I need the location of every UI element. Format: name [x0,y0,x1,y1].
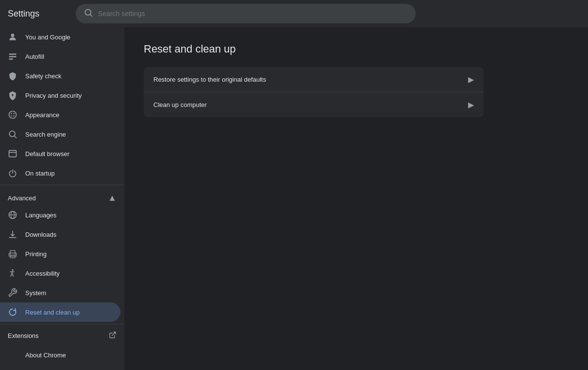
sidebar-label-system: System [25,289,113,297]
sidebar-item-system[interactable]: System [0,283,120,302]
sidebar-label-accessibility: Accessibility [25,270,113,277]
sidebar: You and Google Autofill Safety check [0,27,124,370]
palette-icon [8,110,17,120]
autofill-icon [8,52,17,61]
svg-rect-15 [9,150,17,157]
person-icon [8,32,17,42]
svg-point-10 [13,113,15,114]
sidebar-item-appearance[interactable]: Appearance [0,105,120,124]
sidebar-item-search-engine[interactable]: Search engine [0,124,120,144]
svg-point-8 [9,111,17,119]
sidebar-item-downloads[interactable]: Downloads [0,225,120,244]
svg-line-14 [15,136,17,138]
sidebar-label-on-startup: On startup [25,170,113,177]
search-icon [84,8,93,19]
sidebar-item-reset-cleanup[interactable]: Reset and clean up [0,302,120,322]
top-bar: Settings [0,0,588,27]
clean-computer-label: Clean up computer [153,101,468,108]
sidebar-divider-2 [0,324,124,324]
sidebar-label-default-browser: Default browser [25,150,113,158]
sidebar-item-about-chrome[interactable]: About Chrome [0,345,120,365]
sidebar-label-about-chrome: About Chrome [25,352,113,359]
svg-point-12 [13,115,15,117]
page-title: Reset and clean up [144,43,569,55]
sidebar-label-autofill: Autofill [25,53,113,60]
svg-point-23 [12,269,13,271]
sidebar-label-search-engine: Search engine [25,131,113,138]
print-icon [8,249,17,259]
sidebar-label-reset-cleanup: Reset and clean up [25,309,113,316]
sidebar-item-default-browser[interactable]: Default browser [0,144,120,163]
accessibility-icon [8,268,17,278]
wrench-icon [8,288,17,298]
advanced-section-header[interactable]: Advanced ▲ [0,187,124,205]
content-area: Reset and clean up Restore settings to t… [124,27,588,370]
sidebar-item-autofill[interactable]: Autofill [0,47,120,66]
download-icon [8,229,17,239]
external-link-icon [109,331,117,340]
svg-point-11 [11,115,12,117]
restore-defaults-row[interactable]: Restore settings to their original defau… [144,67,484,92]
sidebar-label-privacy: Privacy and security [25,92,113,99]
sidebar-item-on-startup[interactable]: On startup [0,163,120,183]
sidebar-item-extensions[interactable]: Extensions [0,326,124,345]
search-input[interactable] [98,10,408,18]
svg-rect-3 [9,53,17,55]
main-layout: You and Google Autofill Safety check [0,27,588,370]
svg-line-24 [112,332,116,335]
sidebar-label-safety-check: Safety check [25,72,113,80]
shield-icon [8,71,17,81]
extensions-label: Extensions [8,332,39,339]
sidebar-item-languages[interactable]: Languages [0,205,120,225]
search-bar[interactable] [76,4,416,23]
sidebar-label-appearance: Appearance [25,111,113,119]
sidebar-divider-1 [0,185,124,185]
reset-cleanup-card: Restore settings to their original defau… [144,67,484,117]
clean-computer-row[interactable]: Clean up computer ▶ [144,92,484,117]
sidebar-label-languages: Languages [25,211,113,219]
chevron-right-icon-2: ▶ [468,100,474,109]
sidebar-label-printing: Printing [25,250,113,258]
sidebar-item-you-and-google[interactable]: You and Google [0,27,120,47]
browser-icon [8,149,17,159]
svg-rect-5 [9,58,13,60]
about-chrome-icon [8,350,17,360]
power-icon [8,168,17,178]
svg-rect-4 [9,56,17,57]
chevron-right-icon: ▶ [468,75,474,84]
shield-lock-icon [8,90,17,100]
sidebar-item-accessibility[interactable]: Accessibility [0,264,120,283]
settings-title: Settings [8,9,66,19]
svg-point-2 [11,34,15,37]
restore-defaults-label: Restore settings to their original defau… [153,76,468,83]
sidebar-item-printing[interactable]: Printing [0,244,120,264]
sidebar-item-privacy-security[interactable]: Privacy and security [0,86,120,105]
svg-line-1 [90,15,92,17]
reset-icon [8,307,17,317]
sidebar-label-downloads: Downloads [25,231,113,238]
globe-icon [8,210,17,220]
svg-point-9 [11,113,12,114]
sidebar-label-you-and-google: You and Google [25,34,113,41]
search-engine-icon [8,129,17,139]
advanced-label: Advanced [8,194,36,202]
sidebar-item-safety-check[interactable]: Safety check [0,66,120,86]
svg-rect-7 [12,95,13,97]
chevron-up-icon: ▲ [108,193,117,203]
